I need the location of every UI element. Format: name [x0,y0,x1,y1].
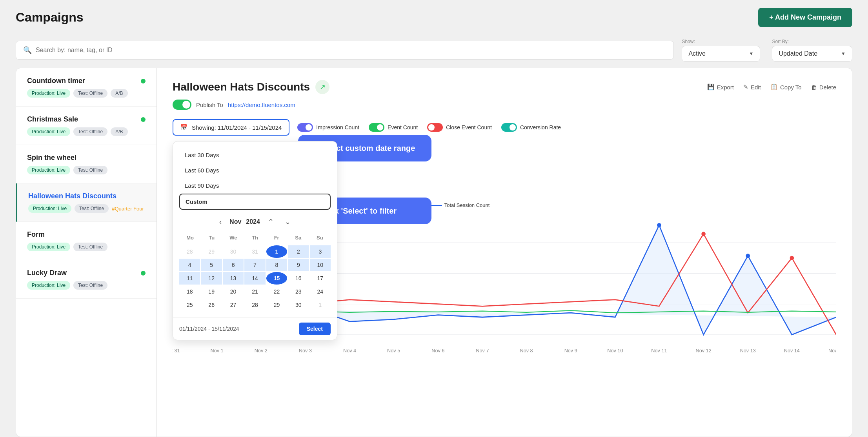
sidebar-item-name-4: Form [27,230,45,239]
sidebar: Countdown timerProduction: LiveTest: Off… [16,68,157,437]
cal-cell[interactable]: 19 [201,285,222,298]
cal-cell[interactable]: 17 [310,272,331,285]
cal-cell[interactable]: 30 [223,245,244,258]
cal-cell[interactable]: 12 [201,272,222,285]
cal-cell[interactable]: 10 [310,259,331,271]
sidebar-item-3[interactable]: Halloween Hats DiscountsProduction: Live… [16,183,156,222]
sidebar-item-4[interactable]: FormProduction: LiveTest: Offline [16,222,156,260]
copy-to-button[interactable]: 📋 Copy To [770,83,802,91]
svg-text:Nov 6: Nov 6 [431,347,444,353]
add-campaign-button[interactable]: + Add New Campaign [758,8,852,27]
preset-last30[interactable]: Last 30 Days [179,148,331,162]
cal-cell[interactable]: 6 [223,259,244,271]
publish-toggle[interactable] [173,100,191,110]
publish-row: Publish To https://demo.fluentos.com [173,100,836,110]
cal-cell[interactable]: 28 [244,299,265,311]
cal-cell[interactable]: 29 [266,299,287,311]
sidebar-item-header-0: Countdown timer [27,77,146,85]
search-input[interactable] [36,47,666,54]
cal-cell-15[interactable]: 15 [266,272,287,285]
metric-impression: Impression Count [297,123,359,132]
cal-select-button[interactable]: Select [299,323,331,335]
tag-5-1: Test: Offline [73,281,107,290]
cal-cell[interactable]: 13 [223,272,244,285]
cal-cell[interactable]: 8 [266,259,287,271]
export-button[interactable]: 💾 Export [707,83,734,91]
cal-next-up-button[interactable]: ⌃ [265,216,277,228]
publish-url[interactable]: https://demo.fluentos.com [228,102,295,108]
date-picker-button[interactable]: 📅 Showing: 11/01/2024 - 11/15/2024 [173,119,289,136]
copy-to-label: Copy To [780,84,802,91]
sidebar-item-name-3: Halloween Hats Discounts [28,192,116,200]
preset-last90[interactable]: Last 90 Days [179,178,331,193]
tag-0-1: Test: Offline [73,89,107,98]
svg-text:Nov 13: Nov 13 [740,347,756,353]
page-title: Campaigns [16,10,83,25]
legend-session-label: Total Session Count [444,202,490,208]
sidebar-item-name-1: Christmas Sale [27,115,78,123]
tag-0-0: Production: Live [27,89,70,98]
svg-text:Nov 12: Nov 12 [696,347,712,353]
calendar-icon: 📅 [180,124,188,131]
sidebar-item-0[interactable]: Countdown timerProduction: LiveTest: Off… [16,68,156,107]
cal-cell[interactable]: 31 [244,245,265,258]
cal-cell[interactable]: 26 [201,299,222,311]
cal-cell-1[interactable]: 1 [266,245,287,258]
edit-button[interactable]: ✎ Edit [743,83,761,91]
cal-cell[interactable]: 5 [201,259,222,271]
cal-footer: 01/11/2024 - 15/11/2024 Select [173,317,337,340]
cal-cell[interactable]: 9 [288,259,309,271]
preset-last60[interactable]: Last 60 Days [179,163,331,178]
preset-custom[interactable]: Custom [179,194,331,210]
delete-button[interactable]: 🗑 Delete [811,84,836,91]
cal-cell[interactable]: 22 [266,285,287,298]
cal-cell[interactable]: 16 [288,272,309,285]
cal-cell[interactable]: 25 [179,299,200,311]
export-label: Export [717,84,734,91]
cal-cell[interactable]: 7 [244,259,265,271]
campaign-title-row: Halloween Hats Discounts ↗ [173,80,329,94]
cal-cell[interactable]: 18 [179,285,200,298]
sidebar-item-1[interactable]: Christmas SaleProduction: LiveTest: Offl… [16,107,156,145]
svg-text:Nov 14: Nov 14 [784,347,800,353]
cal-cell[interactable]: 23 [288,285,309,298]
app-container: Campaigns + Add New Campaign 🔍 Show: Act… [0,0,868,437]
cal-cell[interactable]: 24 [310,285,331,298]
conversion-toggle[interactable] [501,123,517,132]
sidebar-item-2[interactable]: Spin the wheelProduction: LiveTest: Offl… [16,145,156,183]
tag-1-2: A/B [111,127,127,136]
tag-3-1: Test: Offline [75,204,109,213]
sort-select[interactable]: Updated Date ▼ [772,46,852,62]
cal-cell[interactable]: 14 [244,272,265,285]
close-label: Close Event Count [446,124,492,131]
delete-icon: 🗑 [811,84,817,91]
impression-toggle[interactable] [297,123,313,132]
cal-cell[interactable]: 20 [223,285,244,298]
cal-cell[interactable]: 3 [310,245,331,258]
cal-cell[interactable]: 30 [288,299,309,311]
cal-cell[interactable]: 4 [179,259,200,271]
metric-toggles: Impression Count Event Count Close Event… [297,123,561,132]
cal-cell[interactable]: 29 [201,245,222,258]
search-box: 🔍 [16,41,674,60]
cal-prev-button[interactable]: ‹ [216,216,225,228]
cal-cell[interactable]: 2 [288,245,309,258]
cal-next-down-button[interactable]: ⌄ [282,216,294,228]
sidebar-item-5[interactable]: Lucky DrawProduction: LiveTest: Offline [16,260,156,299]
svg-point-7 [701,232,706,236]
svg-text:Nov 11: Nov 11 [651,347,667,353]
cal-cell[interactable]: 11 [179,272,200,285]
delete-label: Delete [819,84,836,91]
metric-close: Close Event Count [427,123,492,132]
cal-cell[interactable]: 1 [310,299,331,311]
show-select[interactable]: Active ▼ [682,46,760,62]
cal-cell[interactable]: 21 [244,285,265,298]
cal-cell[interactable]: 27 [223,299,244,311]
cal-cell[interactable]: 28 [179,245,200,258]
sidebar-item-header-3: Halloween Hats Discounts [28,192,146,200]
event-toggle[interactable] [369,123,384,132]
close-toggle[interactable] [427,123,443,132]
sidebar-item-header-5: Lucky Draw [27,269,146,277]
legend-session: Total Session Count [430,202,490,208]
svg-text:Nov 4: Nov 4 [343,347,356,353]
